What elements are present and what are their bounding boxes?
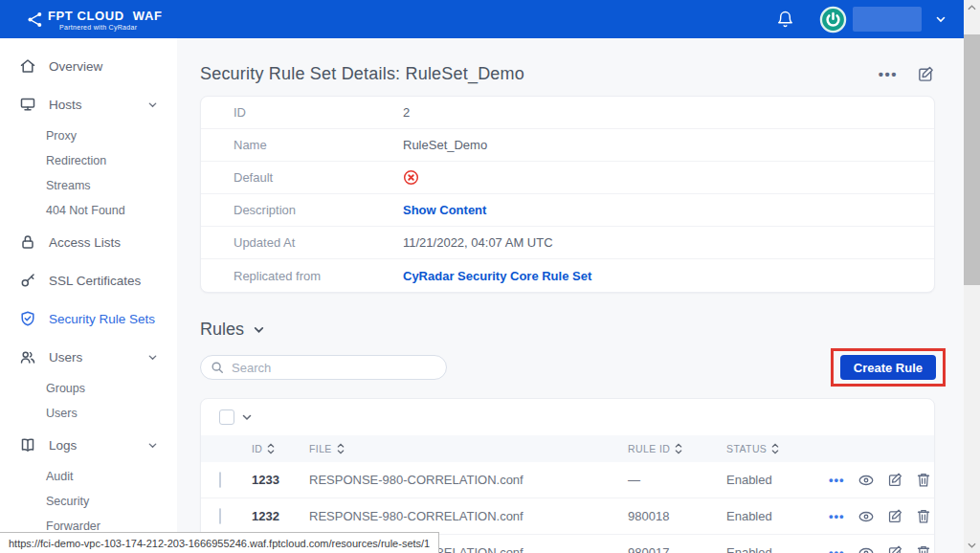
power-session-icon[interactable] [819,6,847,33]
delete-trash-icon[interactable] [916,508,931,524]
row-actions: ••• [823,544,934,553]
delete-trash-icon[interactable] [916,472,931,488]
sidebar-item-users[interactable]: Users [0,401,177,426]
sidebar-item-security-rule-sets[interactable]: Security Rule Sets [0,299,177,338]
search-input[interactable] [232,361,436,375]
view-eye-icon[interactable] [858,508,875,525]
detail-row-description: Description Show Content [201,194,934,227]
sidebar-item-groups[interactable]: Groups [0,376,177,401]
cell-status: Enabled [722,545,823,553]
scrollbar-up-arrow-icon[interactable] [964,0,980,15]
row-more-options-icon[interactable]: ••• [829,510,845,522]
more-options-icon[interactable]: ••• [879,67,898,81]
sidebar-item-ssl-certificates[interactable]: SSL Certificates [0,261,177,299]
sidebar-item-404-not-found[interactable]: 404 Not Found [0,198,177,223]
rules-section-heading[interactable]: Rules [200,316,935,343]
user-menu-chevron-down-icon[interactable] [935,13,947,25]
sidebar-item-access-lists[interactable]: Access Lists [0,223,177,261]
notifications-bell-icon[interactable] [776,11,794,29]
detail-label: ID [234,105,403,120]
page-scrollbar[interactable] [964,0,980,553]
chevron-down-icon [253,323,265,336]
sidebar-navigation: Overview Hosts Proxy Redirection Streams… [0,38,177,553]
sort-icon [675,443,682,454]
top-header: FPT CLOUDWAF Partnered with CyRadar [0,0,964,38]
column-header-file[interactable]: FILE [304,443,623,454]
detail-value: 2 [403,105,934,120]
sidebar-subitem-label: Groups [46,382,85,395]
sidebar-subitem-label: Security [46,495,89,508]
sidebar-item-label: Users [49,350,135,365]
sidebar-item-streams[interactable]: Streams [0,173,177,198]
bulk-actions-chevron-down-icon[interactable] [241,411,253,423]
table-row: 1232 RESPONSE-980-CORRELATION.conf 98001… [201,498,934,535]
sidebar-item-audit[interactable]: Audit [0,464,177,489]
details-card: ID 2 Name RuleSet_Demo Default Descri [200,96,935,293]
sidebar-item-security-log[interactable]: Security [0,489,177,514]
edit-icon[interactable] [917,65,935,83]
select-all-checkbox[interactable] [219,409,234,425]
sidebar-item-users-group[interactable]: Users [0,338,177,376]
scrollbar-down-arrow-icon[interactable] [964,538,980,553]
sidebar-subitem-label: Streams [46,179,91,192]
sidebar-subitem-label: Proxy [46,129,77,143]
status-url-tooltip: https://fci-demo-vpc-103-174-212-203-166… [0,532,439,553]
view-eye-icon[interactable] [858,472,875,489]
sidebar-item-overview[interactable]: Overview [0,47,177,85]
sidebar-subitem-label: 404 Not Found [46,204,125,217]
scrollbar-thumb[interactable] [964,34,980,285]
chevron-down-icon [147,440,158,451]
sidebar-item-redirection[interactable]: Redirection [0,148,177,173]
detail-label: Replicated from [234,269,403,283]
edit-icon[interactable] [887,544,903,553]
sidebar-item-hosts[interactable]: Hosts [0,85,177,123]
cell-file: RESPONSE-980-CORRELATION.conf [304,509,623,523]
row-more-options-icon[interactable]: ••• [829,474,845,486]
sidebar-item-label: Hosts [49,98,135,112]
edit-icon[interactable] [887,472,903,488]
sidebar-item-label: Overview [49,59,158,74]
detail-value: RuleSet_Demo [403,138,934,152]
brand-name: FPT CLOUD [48,9,124,23]
sidebar-item-logs[interactable]: Logs [0,426,177,464]
edit-icon[interactable] [887,508,903,524]
row-checkbox[interactable] [219,472,221,488]
column-label: RULE ID [628,443,670,454]
search-box[interactable] [200,355,447,380]
delete-trash-icon[interactable] [916,544,931,553]
page-title: Security Rule Set Details: RuleSet_Demo [200,64,524,84]
user-account-redacted[interactable] [853,7,922,32]
column-header-id[interactable]: ID [247,443,304,454]
product-name: WAF [133,9,163,23]
replicated-from-link[interactable]: CyRadar Security Core Rule Set [403,269,591,283]
column-label: STATUS [726,443,767,454]
rules-toolbar: Create Rule [200,348,935,387]
detail-value [403,169,934,186]
detail-value: 11/21/2022, 04:07 AM UTC [403,235,934,250]
cell-status: Enabled [722,473,823,487]
sidebar-item-label: Security Rule Sets [49,312,158,326]
cell-status: Enabled [722,509,823,523]
brand-logo[interactable]: FPT CLOUDWAF Partnered with CyRadar [27,9,162,31]
column-header-status[interactable]: STATUS [722,443,823,454]
page-actions: ••• [879,65,935,83]
create-rule-button[interactable]: Create Rule [840,355,936,380]
chevron-down-icon [147,352,158,363]
detail-row-id: ID 2 [201,97,934,129]
detail-label: Updated At [234,235,403,250]
row-more-options-icon[interactable]: ••• [829,546,845,553]
show-content-link[interactable]: Show Content [403,203,486,217]
table-header-row: ID FILE RULE ID STATUS [201,435,934,462]
cell-rule-id: 980017 [623,545,722,553]
circle-x-icon [403,169,934,186]
monitor-icon [19,96,36,113]
annotation-highlight-box: Create Rule [831,348,946,387]
brand-text: FPT CLOUDWAF Partnered with CyRadar [48,9,162,31]
header-actions [776,6,947,33]
column-label: ID [252,443,262,454]
sidebar-item-proxy[interactable]: Proxy [0,123,177,148]
view-eye-icon[interactable] [858,544,875,553]
column-header-rule-id[interactable]: RULE ID [623,443,722,454]
row-checkbox[interactable] [219,508,221,524]
rules-heading-label: Rules [200,320,244,340]
